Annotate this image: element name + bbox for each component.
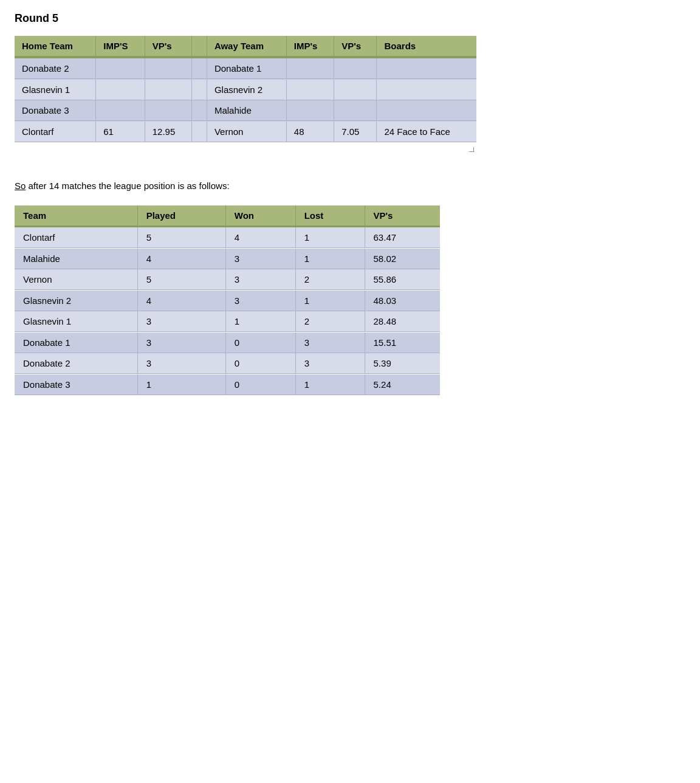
away-team-cell: Vernon bbox=[207, 122, 286, 142]
league-table-row: Donabate 2 3 0 3 5.39 bbox=[15, 353, 440, 374]
won-cell: 1 bbox=[225, 311, 295, 332]
lost-cell: 3 bbox=[295, 333, 365, 353]
league-table-row: Donabate 3 1 0 1 5.24 bbox=[15, 374, 440, 395]
resize-handle bbox=[469, 147, 474, 152]
league-table-wrap: Team Played Won Lost VP's Clontarf 5 4 1… bbox=[15, 205, 440, 395]
played-cell: 5 bbox=[137, 269, 225, 290]
spacer-cell bbox=[191, 122, 207, 142]
team-cell: Donabate 3 bbox=[15, 374, 137, 395]
team-cell: Donabate 1 bbox=[15, 333, 137, 353]
round-table-row: Clontarf 61 12.95 Vernon 48 7.05 24 Face… bbox=[15, 122, 476, 142]
home-imps-cell bbox=[96, 58, 145, 79]
won-cell: 4 bbox=[225, 227, 295, 248]
round-table-header-row: Home Team IMP'S VP's Away Team IMP's VP'… bbox=[15, 36, 476, 57]
league-table-row: Malahide 4 3 1 58.02 bbox=[15, 249, 440, 269]
lost-cell: 1 bbox=[295, 227, 365, 248]
away-team-cell: Donabate 1 bbox=[207, 58, 286, 79]
summary-text-body: after 14 matches the league position is … bbox=[29, 181, 230, 191]
col-team: Team bbox=[15, 205, 137, 226]
home-team-cell: Donabate 2 bbox=[15, 58, 96, 79]
vps-cell: 28.48 bbox=[365, 311, 440, 332]
home-vps-cell: 12.95 bbox=[145, 122, 191, 142]
away-team-cell: Glasnevin 2 bbox=[207, 80, 286, 100]
round-results-table: Home Team IMP'S VP's Away Team IMP's VP'… bbox=[15, 36, 476, 142]
team-cell: Glasnevin 2 bbox=[15, 291, 137, 311]
played-cell: 3 bbox=[137, 353, 225, 374]
col-vps: VP's bbox=[365, 205, 440, 226]
league-table-row: Glasnevin 1 3 1 2 28.48 bbox=[15, 311, 440, 332]
home-vps-cell bbox=[145, 80, 191, 100]
league-table-row: Glasnevin 2 4 3 1 48.03 bbox=[15, 291, 440, 311]
league-table-row: Clontarf 5 4 1 63.47 bbox=[15, 227, 440, 248]
home-vps-cell bbox=[145, 58, 191, 79]
lost-cell: 1 bbox=[295, 374, 365, 395]
summary-paragraph: So after 14 matches the league position … bbox=[15, 181, 685, 191]
away-imps-cell bbox=[286, 100, 334, 121]
played-cell: 4 bbox=[137, 291, 225, 311]
won-cell: 0 bbox=[225, 374, 295, 395]
round-table-wrap: Home Team IMP'S VP's Away Team IMP's VP'… bbox=[15, 36, 476, 155]
page-title: Round 5 bbox=[15, 12, 685, 25]
col-away-vps: VP's bbox=[334, 36, 377, 57]
league-table-header-row: Team Played Won Lost VP's bbox=[15, 205, 440, 226]
won-cell: 3 bbox=[225, 291, 295, 311]
league-table-row: Donabate 1 3 0 3 15.51 bbox=[15, 333, 440, 353]
boards-cell: 24 Face to Face bbox=[377, 122, 476, 142]
col-lost: Lost bbox=[295, 205, 365, 226]
away-vps-cell bbox=[334, 100, 377, 121]
away-vps-cell bbox=[334, 58, 377, 79]
played-cell: 3 bbox=[137, 333, 225, 353]
vps-cell: 5.39 bbox=[365, 353, 440, 374]
won-cell: 0 bbox=[225, 333, 295, 353]
won-cell: 0 bbox=[225, 353, 295, 374]
team-cell: Vernon bbox=[15, 269, 137, 290]
home-vps-cell bbox=[145, 100, 191, 121]
round-table-row: Donabate 3 Malahide bbox=[15, 100, 476, 121]
col-away-team: Away Team bbox=[207, 36, 286, 57]
round-table-row: Donabate 2 Donabate 1 bbox=[15, 58, 476, 79]
team-cell: Donabate 2 bbox=[15, 353, 137, 374]
away-imps-cell bbox=[286, 80, 334, 100]
vps-cell: 55.86 bbox=[365, 269, 440, 290]
lost-cell: 2 bbox=[295, 311, 365, 332]
home-team-cell: Clontarf bbox=[15, 122, 96, 142]
spacer-cell bbox=[191, 80, 207, 100]
vps-cell: 48.03 bbox=[365, 291, 440, 311]
col-played: Played bbox=[137, 205, 225, 226]
spacer-cell bbox=[191, 58, 207, 79]
home-imps-cell: 61 bbox=[96, 122, 145, 142]
col-home-imps: IMP'S bbox=[96, 36, 145, 57]
league-standings-table: Team Played Won Lost VP's Clontarf 5 4 1… bbox=[15, 205, 440, 395]
col-away-imps: IMP's bbox=[286, 36, 334, 57]
spacer-cell bbox=[191, 100, 207, 121]
won-cell: 3 bbox=[225, 249, 295, 269]
col-won: Won bbox=[225, 205, 295, 226]
boards-cell bbox=[377, 80, 476, 100]
lost-cell: 1 bbox=[295, 249, 365, 269]
col-home-team: Home Team bbox=[15, 36, 96, 57]
col-boards: Boards bbox=[377, 36, 476, 57]
home-imps-cell bbox=[96, 80, 145, 100]
col-spacer bbox=[191, 36, 207, 57]
vps-cell: 5.24 bbox=[365, 374, 440, 395]
team-cell: Glasnevin 1 bbox=[15, 311, 137, 332]
played-cell: 3 bbox=[137, 311, 225, 332]
col-home-vps: VP's bbox=[145, 36, 191, 57]
played-cell: 1 bbox=[137, 374, 225, 395]
home-imps-cell bbox=[96, 100, 145, 121]
played-cell: 4 bbox=[137, 249, 225, 269]
vps-cell: 15.51 bbox=[365, 333, 440, 353]
played-cell: 5 bbox=[137, 227, 225, 248]
summary-link[interactable]: So bbox=[15, 181, 26, 191]
lost-cell: 1 bbox=[295, 291, 365, 311]
away-team-cell: Malahide bbox=[207, 100, 286, 121]
boards-cell bbox=[377, 58, 476, 79]
lost-cell: 3 bbox=[295, 353, 365, 374]
won-cell: 3 bbox=[225, 269, 295, 290]
home-team-cell: Donabate 3 bbox=[15, 100, 96, 121]
team-cell: Clontarf bbox=[15, 227, 137, 248]
boards-cell bbox=[377, 100, 476, 121]
away-vps-cell: 7.05 bbox=[334, 122, 377, 142]
home-team-cell: Glasnevin 1 bbox=[15, 80, 96, 100]
round-table-row: Glasnevin 1 Glasnevin 2 bbox=[15, 80, 476, 100]
